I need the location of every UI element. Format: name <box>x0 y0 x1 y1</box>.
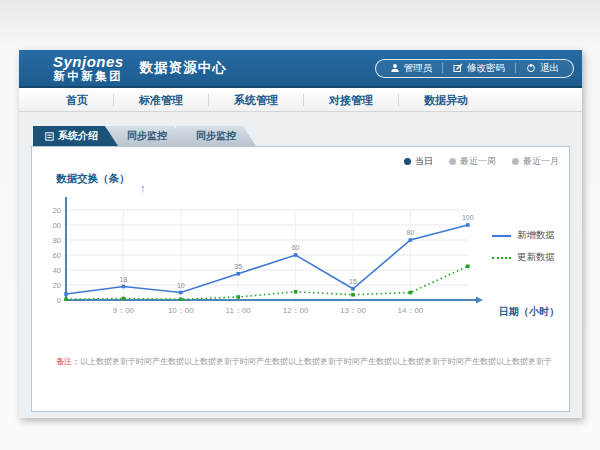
document-icon <box>45 132 54 141</box>
admin-user-button[interactable]: 管理员 <box>380 62 443 75</box>
nav-item-data-change[interactable]: 数据异动 <box>399 88 493 112</box>
main-nav: 首页 标准管理 系统管理 对接管理 数据异动 <box>19 88 582 112</box>
svg-text:12：00: 12：00 <box>283 306 309 315</box>
solid-line-swatch-icon <box>492 235 511 237</box>
admin-user-label: 管理员 <box>404 62 433 75</box>
svg-text:20: 20 <box>53 281 61 290</box>
svg-text:0: 0 <box>57 296 61 305</box>
legend-label: 更新数据 <box>517 251 555 264</box>
range-option-last-week[interactable]: 最近一周 <box>449 155 496 168</box>
tab-sync-monitor-2[interactable]: 同步监控 <box>176 126 256 146</box>
footnote: 备注：以上数据更新于时间产生数据以上数据更新于时间产生数据以上数据更新于时间产生… <box>56 356 556 367</box>
dotted-line-swatch-icon <box>492 257 511 259</box>
app-header: Synjones 新中新集团 数据资源中心 管理员 <box>19 50 582 88</box>
logo: Synjones 新中新集团 <box>53 54 124 82</box>
tab-bar: 系统介绍 同步监控 同步监控 <box>33 126 256 146</box>
radio-dot-icon <box>512 158 519 165</box>
legend-label: 新增数据 <box>517 229 555 242</box>
footnote-text: 以上数据更新于时间产生数据以上数据更新于时间产生数据以上数据更新于时间产生数据以… <box>80 357 552 366</box>
page-background: Synjones 新中新集团 数据资源中心 管理员 <box>0 0 600 450</box>
tab-label: 同步监控 <box>196 126 236 146</box>
change-password-label: 修改密码 <box>467 62 505 75</box>
change-password-button[interactable]: 修改密码 <box>443 62 515 75</box>
radio-dot-icon <box>449 158 456 165</box>
range-option-today[interactable]: 当日 <box>404 155 433 168</box>
nav-item-interface-mgmt[interactable]: 对接管理 <box>304 88 398 112</box>
legend-item-updated-data[interactable]: 更新数据 <box>492 251 555 264</box>
range-label: 最近一月 <box>523 155 559 168</box>
content-panel: 当日 最近一周 最近一月 数据交换（条） ↑ 0204060801001209：… <box>31 146 570 412</box>
svg-text:14：00: 14：00 <box>398 306 424 315</box>
logo-text-en: Synjones <box>53 54 124 70</box>
app-window: Synjones 新中新集团 数据资源中心 管理员 <box>19 50 582 418</box>
app-title: 数据资源中心 <box>140 59 227 77</box>
radio-dot-icon <box>404 158 411 165</box>
svg-text:100: 100 <box>462 214 474 221</box>
content-area: 系统介绍 同步监控 同步监控 当日 最近一周 <box>19 112 582 418</box>
svg-text:40: 40 <box>53 266 61 275</box>
x-axis-title: 日期（小时） <box>499 305 559 319</box>
svg-text:80: 80 <box>53 236 61 245</box>
range-label: 当日 <box>415 155 433 168</box>
tab-label: 同步监控 <box>127 126 167 146</box>
logout-button[interactable]: 退出 <box>516 62 569 75</box>
nav-item-system-mgmt[interactable]: 系统管理 <box>209 88 303 112</box>
svg-text:120: 120 <box>52 206 61 215</box>
svg-text:10：00: 10：00 <box>168 306 194 315</box>
chart-legend: 新增数据 更新数据 <box>492 229 555 273</box>
svg-text:60: 60 <box>292 244 300 251</box>
tab-system-intro[interactable]: 系统介绍 <box>33 126 118 146</box>
user-actions-pill: 管理员 修改密码 退出 <box>375 59 575 78</box>
svg-text:10: 10 <box>177 282 185 289</box>
nav-item-home[interactable]: 首页 <box>41 88 113 112</box>
range-option-last-month[interactable]: 最近一月 <box>512 155 559 168</box>
logo-text-cn: 新中新集团 <box>53 70 124 82</box>
tab-sync-monitor-1[interactable]: 同步监控 <box>107 126 187 146</box>
svg-text:13：00: 13：00 <box>340 306 366 315</box>
nav-item-standard-mgmt[interactable]: 标准管理 <box>114 88 208 112</box>
tab-label: 系统介绍 <box>58 126 98 146</box>
legend-item-new-data[interactable]: 新增数据 <box>492 229 555 242</box>
svg-text:15: 15 <box>349 278 357 285</box>
power-icon <box>526 63 536 73</box>
footnote-prefix: 备注： <box>56 357 80 366</box>
y-axis-title: 数据交换（条） <box>56 172 130 186</box>
line-chart: 0204060801001209：0010：0011：0012：0013：001… <box>52 191 512 319</box>
logout-label: 退出 <box>540 62 559 75</box>
svg-text:9：00: 9：00 <box>113 306 135 315</box>
time-range-options: 当日 最近一周 最近一月 <box>404 155 559 168</box>
user-icon <box>390 63 400 73</box>
svg-text:18: 18 <box>120 276 128 283</box>
svg-text:80: 80 <box>407 229 415 236</box>
range-label: 最近一周 <box>460 155 496 168</box>
svg-text:35: 35 <box>234 263 242 270</box>
svg-text:11：00: 11：00 <box>226 306 252 315</box>
svg-text:60: 60 <box>53 251 61 260</box>
svg-text:100: 100 <box>52 221 61 230</box>
edit-icon <box>453 63 463 73</box>
